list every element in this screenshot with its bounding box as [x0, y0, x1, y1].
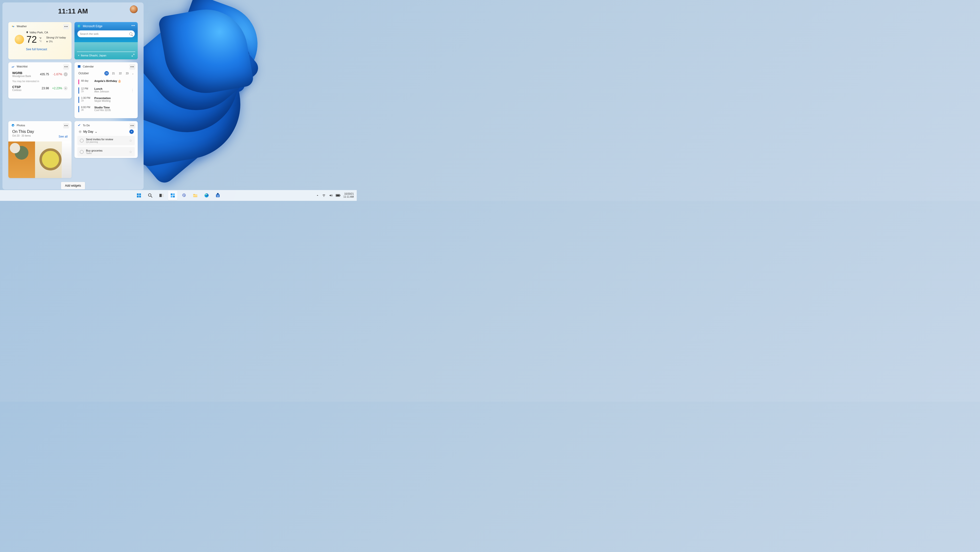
photos-icon [11, 124, 15, 127]
widgets-button[interactable] [168, 191, 177, 200]
watchlist-icon [11, 65, 15, 68]
tray-overflow-icon[interactable] [316, 194, 319, 197]
svg-rect-33 [217, 195, 218, 196]
edge-icon [78, 24, 81, 28]
svg-point-20 [148, 194, 151, 196]
widgets-icon [170, 193, 175, 198]
temperature-units[interactable]: °F °C [39, 37, 41, 43]
photos-more-button[interactable]: ••• [63, 123, 69, 129]
star-icon[interactable]: ☆ [129, 150, 132, 154]
photos-seeall-link[interactable]: See all [59, 135, 68, 138]
svg-rect-32 [216, 194, 220, 197]
calendar-event[interactable]: 1:30 PM1h PresentationSkype Meeting [77, 95, 135, 104]
edge-search-input[interactable]: Search the web [78, 30, 135, 37]
user-avatar[interactable] [130, 5, 138, 13]
calendar-day[interactable]: 20 [104, 71, 109, 75]
calendar-event[interactable]: All day Angela's Birthday 🎂 [77, 78, 135, 86]
calendar-event[interactable]: 12 PM1h LunchAlex Johnson ⋮⋮ [77, 86, 135, 95]
watchlist-title: Watchlist [17, 65, 27, 68]
forecast-link[interactable]: See full forecast [23, 44, 72, 53]
star-icon[interactable]: ☆ [129, 139, 132, 142]
start-button[interactable] [134, 191, 143, 200]
calendar-event[interactable]: 6:00 PM3h Studio TimeConf Rm 32/35 [77, 104, 135, 114]
edge-more-button[interactable]: ••• [131, 24, 135, 27]
weather-more-button[interactable]: ••• [63, 24, 69, 29]
calendar-day[interactable]: 22 [118, 71, 123, 75]
photo-thumbnail[interactable] [62, 142, 72, 178]
calendar-more-button[interactable]: ••• [129, 64, 135, 70]
svg-point-3 [78, 55, 79, 56]
volume-icon[interactable] [329, 194, 333, 197]
todo-more-button[interactable]: ••• [129, 123, 135, 129]
weather-location: Valley Park, CA [26, 31, 68, 34]
todo-item[interactable]: Send invites for reviewQ4 planning ☆ [78, 136, 135, 145]
chevron-down-icon: ⌄ [95, 130, 97, 133]
expand-icon[interactable] [131, 53, 135, 57]
todo-widget[interactable]: To Do ••• My Day ⌄ + Send invites for re… [75, 121, 138, 158]
calendar-day[interactable]: 23 [125, 71, 129, 75]
todo-add-button[interactable]: + [129, 129, 134, 134]
chevron-down-icon[interactable]: ⌄ [132, 72, 134, 75]
folder-icon [192, 193, 198, 198]
task-view-button[interactable] [157, 191, 166, 200]
svg-rect-26 [171, 196, 172, 198]
photo-thumbnail[interactable] [8, 142, 35, 178]
search-button[interactable] [146, 191, 155, 200]
chat-icon [181, 193, 187, 198]
weather-temperature: 72 [27, 35, 37, 44]
edge-button[interactable] [202, 191, 211, 200]
wifi-icon[interactable] [322, 194, 326, 197]
sun-outline-icon [78, 130, 82, 133]
search-icon [148, 193, 153, 198]
todo-checkbox[interactable] [80, 139, 84, 142]
search-icon [129, 32, 132, 35]
todo-title: To Do [83, 124, 90, 127]
photos-widget[interactable]: Photos ••• On This Day Oct 20 · 33 items… [8, 121, 72, 178]
watchlist-check-icon[interactable]: ✓ [64, 72, 68, 76]
store-button[interactable] [213, 191, 223, 200]
chat-button[interactable] [179, 191, 189, 200]
edge-image-location: Ikema Ohashi, Japan [78, 54, 106, 57]
svg-rect-34 [218, 195, 219, 196]
todo-checkbox[interactable] [80, 150, 84, 154]
calendar-widget[interactable]: Calendar ••• October 20 21 22 23 ⌄ All d… [75, 62, 138, 118]
watchlist-hint: You may be interested in [8, 79, 72, 84]
watchlist-row[interactable]: CTSP Contoso 23.98 +2.23% + [8, 84, 72, 93]
file-explorer-button[interactable] [191, 191, 200, 200]
svg-rect-18 [137, 196, 139, 198]
widgets-panel: 11:11 AM Weather ••• Valley Park, CA 72 … [2, 2, 143, 190]
watchlist-row[interactable]: WGRB Woodgrove Bank 435.75 -1.67% ✓ [8, 70, 72, 79]
edge-widget[interactable]: Microsoft Edge ••• Search the web Ikema … [75, 22, 138, 59]
edge-icon [204, 193, 209, 198]
svg-point-7 [80, 131, 81, 132]
watchlist-add-icon[interactable]: + [64, 86, 68, 90]
add-widgets-button[interactable]: Add widgets [61, 182, 85, 189]
droplet-icon [46, 40, 48, 43]
todo-list-selector[interactable]: My Day ⌄ [78, 130, 129, 133]
weather-icon [11, 24, 15, 28]
svg-rect-25 [173, 193, 175, 195]
location-pin-icon [78, 54, 80, 57]
todo-item[interactable]: Buy groceriesTasks ☆ [78, 147, 135, 156]
watchlist-widget[interactable]: Watchlist ••• WGRB Woodgrove Bank 435.75… [8, 62, 72, 99]
store-icon [215, 193, 221, 198]
svg-rect-24 [171, 193, 172, 195]
weather-widget[interactable]: Weather ••• Valley Park, CA 72 °F °C Str… [8, 22, 72, 59]
svg-rect-23 [162, 194, 164, 197]
weather-title: Weather [17, 25, 27, 28]
battery-icon[interactable] [336, 194, 340, 197]
edge-title: Microsoft Edge [83, 24, 102, 28]
svg-point-6 [12, 124, 14, 127]
taskbar-clock[interactable]: 10/20/21 11:11 AM [344, 193, 354, 198]
drag-handle-icon[interactable]: ⋮⋮ [131, 89, 134, 92]
calendar-day[interactable]: 21 [111, 71, 116, 75]
svg-line-21 [151, 196, 153, 198]
watchlist-more-button[interactable]: ••• [63, 64, 69, 70]
svg-rect-39 [336, 195, 339, 196]
todo-icon [78, 124, 81, 127]
photos-title: Photos [17, 124, 25, 127]
photo-thumbnail[interactable] [35, 142, 62, 178]
svg-rect-17 [139, 193, 141, 195]
calendar-icon [78, 65, 81, 68]
location-pin-icon [26, 31, 29, 34]
